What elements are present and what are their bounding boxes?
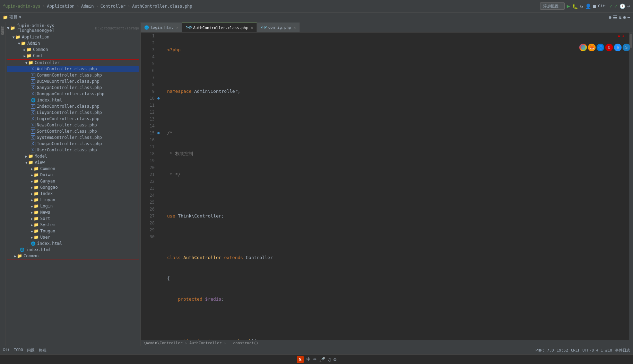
expand-icon: ▶ (31, 236, 33, 239)
tree-root[interactable]: ▼ 📁 fupin-admin-sys [longhuanongye] D:\p… (6, 22, 140, 34)
tree-item-view-system[interactable]: ▶ 📁 System (7, 222, 139, 228)
sogou-icon[interactable]: S (297, 356, 304, 363)
debug-icon[interactable]: 🐛 (572, 3, 578, 9)
code-editor[interactable]: 12345 678910 1112131415 1617181920 21222… (141, 33, 633, 340)
safari-icon[interactable]: S (623, 44, 630, 51)
folder-icon: 📁 (34, 235, 39, 240)
tree-item-view-tougao[interactable]: ▶ 📁 Tougao (7, 228, 139, 234)
git-revert-icon[interactable]: ↩ (627, 3, 630, 9)
tree-item-index-controller[interactable]: C IndexController.class.php (7, 103, 139, 109)
terminal-status[interactable]: 终端 (39, 348, 46, 353)
tree-item-gonggao-controller[interactable]: C GonggaoController.class.php (7, 91, 139, 97)
tree-item-auth-controller[interactable]: C AuthController.class.php (7, 66, 139, 72)
tree-item-sort-controller[interactable]: C SortController.class.php (7, 128, 139, 134)
breadcrumb-admin[interactable]: Admin (81, 4, 94, 9)
folder-icon: 📁 (26, 53, 32, 58)
tree-item-model[interactable]: ▶ 📁 Model (7, 153, 139, 159)
tree-item-view-user[interactable]: ▶ 📁 User (7, 234, 139, 240)
tree-item-system-controller[interactable]: C SystemController.class.php (7, 134, 139, 141)
list-icon[interactable]: ☰ (613, 15, 617, 20)
git-check2[interactable]: ✓ (614, 3, 617, 9)
code-line-8 (167, 192, 626, 199)
expand-icon: ▶ (24, 54, 26, 58)
tree-item-view[interactable]: ▼ 📁 View (7, 159, 139, 166)
php-icon: PHP (260, 26, 267, 29)
tree-item-duiwu-controller[interactable]: C DuiwuController.class.php (7, 78, 139, 85)
breadcrumb-controller[interactable]: Controller (101, 4, 125, 9)
chrome-icon[interactable]: 🌐 (579, 44, 587, 51)
tree-item-view-index[interactable]: ▶ 📁 Index (7, 190, 139, 197)
tree-item-app-common[interactable]: ▶ 📁 Common (7, 253, 139, 259)
close-icon[interactable]: ✕ (251, 26, 253, 30)
tree-item-admin-index-html[interactable]: 🌐 index.html (7, 247, 139, 253)
tree-item-view-sort[interactable]: ▶ 📁 Sort (7, 215, 139, 222)
folder-root-icon: 📁 (10, 26, 15, 30)
git-check1[interactable]: ✓ (609, 3, 612, 9)
label: Login (40, 204, 53, 208)
folder-icon: 📁 (34, 172, 39, 177)
tree-item-news-controller[interactable]: C NewsController.class.php (7, 122, 139, 128)
git-status[interactable]: Git (3, 348, 10, 353)
tree-item-user-controller[interactable]: C UserController.class.php (7, 147, 139, 153)
tab-login-html[interactable]: 🌐 login.html ✕ (141, 23, 182, 32)
close-icon[interactable]: ✕ (294, 26, 296, 29)
tree-item-index-html[interactable]: 🌐 index.html (7, 97, 139, 103)
tree-item-view-news[interactable]: ▶ 📁 News (7, 209, 139, 215)
tree-item-ganyan-controller[interactable]: C GanyanController.class.php (7, 85, 139, 91)
tree-item-view-gonggao[interactable]: ▶ 📁 Gonggao (7, 184, 139, 190)
tree-item-view-duiwu[interactable]: ▶ 📁 Duiwu (7, 172, 139, 178)
close-icon[interactable]: ✕ (176, 26, 178, 29)
tree-item-tougao-controller[interactable]: C TougaoController.class.php (7, 141, 139, 147)
folder-icon: 📁 (34, 204, 39, 208)
tab-auth-controller[interactable]: PHP AuthController.class.php ✕ (182, 23, 257, 32)
git-history-icon[interactable]: 🕐 (619, 3, 625, 9)
label: index.html (26, 247, 51, 252)
tree-item-liuyan-controller[interactable]: C LiuyanController.class.php (7, 109, 139, 116)
run-icon[interactable]: ▶ (567, 3, 570, 9)
todo-status[interactable]: TODO (14, 348, 23, 353)
tree-item-view-liuyan[interactable]: ▶ 📁 Liuyan (7, 197, 139, 203)
tree-item-admin[interactable]: ▼ 📁 Admin (6, 40, 140, 46)
sort-icon[interactable]: ⇅ (619, 15, 622, 20)
tree-item-common-controller[interactable]: C CommonController.class.php (7, 72, 139, 78)
folder-icon: 📁 (34, 191, 39, 196)
add-config-button[interactable]: 添加配置... (540, 2, 565, 10)
ie-icon[interactable]: e (614, 44, 622, 51)
tree-item-conf[interactable]: ▶ 📁 Conf (6, 53, 140, 59)
reload-icon[interactable]: ↻ (580, 3, 583, 9)
dropdown-arrow[interactable]: ▼ (19, 15, 21, 19)
opera-icon[interactable]: O (605, 44, 613, 51)
scrollbar-track[interactable] (629, 33, 633, 340)
label: Admin (27, 41, 40, 46)
project-link[interactable]: fupin-admin-sys (3, 4, 40, 9)
tab-config-php[interactable]: PHP config.php ✕ (257, 23, 300, 32)
settings-icon[interactable]: ⚙ (623, 15, 626, 20)
globe-icon[interactable]: ⊕ (608, 15, 611, 20)
stop-icon[interactable]: ■ (593, 3, 596, 9)
music-icon[interactable]: ♫ (328, 357, 331, 362)
encoding-display: CRLF UTF-8 4 1 ≤10 (571, 348, 612, 353)
tree-item-view-index-html[interactable]: 🌐 index.html (7, 240, 139, 247)
code-content[interactable]: <?php namespace Admin\Controller; /* * 权… (164, 33, 629, 340)
tree-item-view-common[interactable]: ▶ 📁 Common (7, 166, 139, 172)
tree-item-common[interactable]: ▶ 📁 Common (6, 46, 140, 53)
expand-icon: ▶ (31, 229, 33, 233)
tree-item-login-controller[interactable]: C LoginController.class.php (7, 116, 139, 122)
microphone-icon[interactable]: 🎤 (319, 357, 325, 362)
event-log[interactable]: 事件日志 (615, 348, 630, 353)
breadcrumb-sep2: › (77, 4, 79, 9)
issues-status[interactable]: 问题 (27, 348, 35, 353)
edge-icon[interactable]: 🌀 (597, 44, 604, 51)
breadcrumb-app[interactable]: Application (47, 4, 75, 9)
collapse-icon[interactable]: − (627, 15, 630, 20)
tree-item-application[interactable]: ▼ 📁 Application (6, 34, 140, 40)
firefox-icon[interactable]: 🦊 (588, 44, 596, 51)
settings-bottom-icon[interactable]: ⚙ (333, 357, 336, 362)
profile-icon[interactable]: 👤 (585, 3, 591, 9)
chinese-toggle[interactable]: 中 (306, 356, 311, 362)
tree-item-view-ganyan[interactable]: ▶ 📁 Ganyan (7, 178, 139, 184)
keyboard-icon[interactable]: ⌨ (313, 357, 316, 362)
project-label[interactable]: 项目 (9, 14, 18, 20)
tree-item-controller[interactable]: ▼ 📁 Controller (7, 60, 139, 66)
tree-item-view-login[interactable]: ▶ 📁 Login (7, 203, 139, 209)
